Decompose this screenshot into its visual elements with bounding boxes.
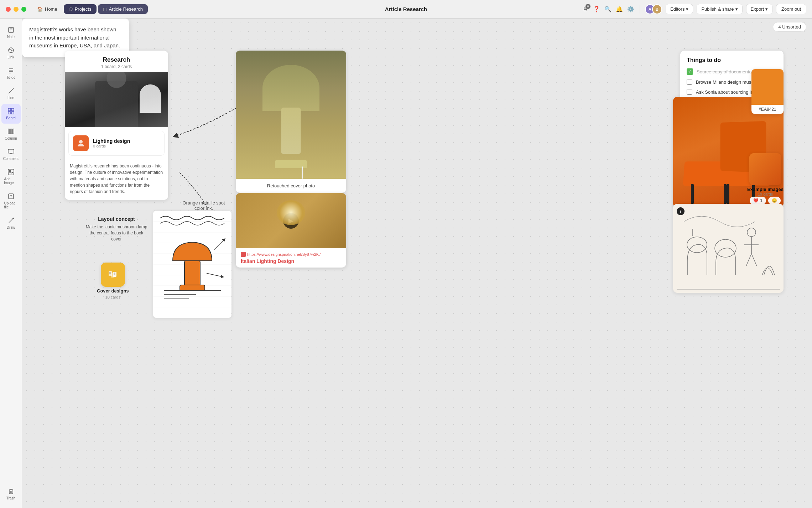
minimize-button[interactable] [14,7,19,12]
quote-text: Magistretti's works have been shown in t… [29,26,120,48]
checkmark-icon: ✓ [687,68,693,75]
search-icon[interactable]: 🔍 [604,5,612,13]
cover-designs-label: Cover designs [97,288,129,294]
svg-point-30 [79,140,83,144]
sidebar-item-add-image[interactable]: Add image [1,165,21,188]
zoom-out-button[interactable]: Zoom out [776,4,806,14]
tab-projects-label: Projects [75,6,92,12]
cover-designs-card[interactable]: Cover designs 10 cards [97,263,129,299]
sidebar-trash-label: Trash [6,496,15,500]
svg-rect-55 [180,285,205,291]
sidebar-item-board[interactable]: Board [1,104,21,124]
svg-point-35 [747,228,756,237]
heart-icon: ❤️ [753,198,759,203]
todo-title: Things to do [687,57,777,63]
example-thumb [749,153,781,185]
sidebar: Note Link To-do Line Board Column Commen… [0,19,22,508]
sidebar-comment-label: Comment [3,157,19,161]
svg-rect-24 [9,490,13,494]
svg-rect-16 [10,129,12,134]
research-title: Research [71,56,162,63]
smiley-icon: 😊 [772,198,777,203]
sidebar-item-column[interactable]: Column [1,124,21,144]
todo-checkbox-3[interactable] [687,89,692,95]
sketch-lamp-svg [153,211,231,318]
video-title: Italian Lighting Design [241,258,341,264]
todo-checkbox-2[interactable] [687,79,692,85]
svg-rect-17 [12,129,14,134]
annotation-text: Orange metallic spot color ink. [181,200,227,211]
video-card[interactable]: ▶ https://www.designspiration.net/Sy87w2… [236,193,346,268]
lighting-avatar [73,135,89,151]
tab-projects[interactable]: ⬡ Projects [64,4,97,14]
svg-rect-44 [114,273,115,275]
sidebar-draw-label: Draw [7,226,15,229]
maximize-button[interactable] [21,7,26,12]
research-card[interactable]: Research 1 board, 2 cards [65,51,168,200]
sidebar-item-link[interactable]: Link [1,43,21,63]
layout-title: Layout concept [84,216,149,222]
export-button[interactable]: Export ▾ [746,4,773,14]
svg-line-59 [214,239,224,250]
app-body: Note Link To-do Line Board Column Commen… [0,19,812,508]
todo-item-1-text: Source copy of documentary [697,69,755,74]
sidebar-note-label: Note [7,35,15,39]
lighting-sub-info: Lighting design 0 cards [93,138,130,148]
close-button[interactable] [6,7,11,12]
sidebar-upload-label: Upload file [4,201,18,209]
svg-rect-12 [11,108,14,111]
research-body-text: Magistretti's research has been continuo… [65,159,168,200]
svg-rect-43 [109,272,111,274]
bell-icon[interactable]: 🔔 [615,5,623,13]
editor-avatars: A B [645,4,662,14]
svg-rect-15 [8,129,10,134]
color-hex-label: #EA8421 [751,105,784,114]
heart-count: 1 [760,198,762,203]
svg-point-23 [12,218,14,219]
example-info: Example images 19 cards [747,187,784,196]
sidebar-item-line[interactable]: Line [1,84,21,103]
svg-rect-18 [8,149,14,153]
sketch-badge: i [677,207,685,215]
video-platform-icon [241,252,246,257]
device-icon[interactable]: 🖥 0 [581,5,589,13]
lighting-title: Lighting design [93,138,130,144]
cover-photo-image [236,51,346,179]
sidebar-item-trash[interactable]: Trash [1,484,21,504]
color-swatch [751,69,784,105]
chair-reactions: ❤️ 1 😊 [750,197,781,204]
research-card-header: Research 1 board, 2 cards [65,51,168,72]
emoji-reaction[interactable]: 😊 [768,197,781,204]
unsorted-badge[interactable]: 4 Unsorted [773,22,806,32]
example-images-card[interactable]: Example images 19 cards [747,153,784,196]
hand-drawn-sketch [153,211,231,318]
color-swatch-card: #EA8421 [751,69,784,114]
help-icon[interactable]: ❓ [593,5,600,13]
publish-share-button[interactable]: Publish & share ▾ [697,4,742,14]
sidebar-item-draw[interactable]: Draw [1,213,21,233]
sketch-card: i [673,204,784,293]
lighting-design-subcard[interactable]: Lighting design 0 cards [68,131,165,156]
sidebar-item-upload[interactable]: Upload file [1,189,21,213]
tab-home[interactable]: 🏠 Home [32,4,62,14]
layout-desc: Make the iconic mushroom lamp the centra… [84,224,149,242]
video-thumbnail: ▶ [236,193,346,248]
sidebar-todo-label: To-do [6,76,15,79]
sidebar-item-todo[interactable]: To-do [1,63,21,83]
tab-article-label: Article Research [109,6,143,12]
sidebar-item-note[interactable]: Note [1,23,21,42]
settings-icon[interactable]: ⚙️ [627,5,635,13]
cover-photo-label: Retouched cover photo [236,179,346,193]
sidebar-line-label: Line [7,96,14,100]
editors-button[interactable]: Editors ▾ [666,4,693,14]
cover-photo-card[interactable]: Retouched cover photo [236,51,346,193]
sidebar-item-comment[interactable]: Comment [1,145,21,164]
cover-designs-icon [101,263,125,287]
svg-rect-11 [8,108,11,111]
export-chevron-icon: ▾ [765,6,768,12]
research-portrait-image [65,72,168,127]
tab-article-research[interactable]: ◻ Article Research [98,4,148,14]
heart-reaction[interactable]: ❤️ 1 [750,197,766,204]
video-meta: https://www.designspiration.net/Sy87w2K7… [236,248,346,268]
svg-rect-19 [8,169,14,175]
